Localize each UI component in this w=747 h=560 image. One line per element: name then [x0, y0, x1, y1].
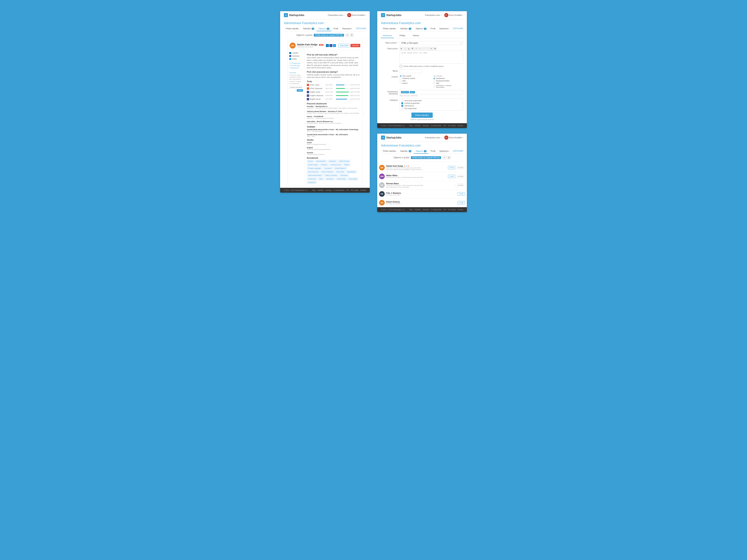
footer-blog[interactable]: Blog [312, 189, 316, 191]
profile-btn-2[interactable]: Profil [448, 175, 455, 178]
city-input[interactable] [400, 69, 422, 73]
nav-credits[interactable]: 1250 kreditů [354, 26, 368, 31]
contact-btn-2[interactable]: Kontakt [456, 175, 465, 178]
nav-profile-right[interactable]: Profil [429, 26, 437, 31]
contact-btn-1[interactable]: Kontakt [456, 166, 465, 169]
nav-applicants[interactable]: Zájemci 3 [316, 26, 331, 31]
next-arrow[interactable]: › [362, 41, 366, 186]
facebook-link[interactable]: Facebook [289, 55, 303, 57]
radio-externl[interactable] [400, 82, 402, 84]
odpovedet-btn[interactable]: Odpovědět [338, 44, 350, 47]
nav-applicants-right[interactable]: Zájemci 5 [414, 26, 429, 31]
twitter-link[interactable]: Twitter [289, 58, 303, 60]
profile-btn-5[interactable]: Profil [458, 201, 465, 205]
tab-platba[interactable]: Platba [397, 33, 407, 38]
footer-blog-l[interactable]: Blog [409, 209, 413, 211]
radio-spolupr[interactable] [433, 80, 435, 82]
profile-btn-4[interactable]: Profil [458, 192, 465, 196]
contact-btn-3[interactable]: Kontakt [456, 184, 465, 187]
company-list[interactable]: Futurelytics.com ▾ [425, 136, 441, 139]
nav-add[interactable]: Přidat nabídku [284, 26, 301, 31]
cat-android-checkbox[interactable] [401, 102, 403, 104]
tab-hotovs[interactable]: Hotovs [411, 33, 421, 38]
nav-settings-list[interactable]: Nastavení [438, 149, 450, 154]
link-btn[interactable]: 🔗 [430, 47, 433, 50]
footer-startupy-rt[interactable]: Startupy [422, 125, 429, 127]
footer-o-rt[interactable]: O StartupJobs [431, 125, 441, 127]
nav-add-list[interactable]: Přidat nabídku [381, 149, 398, 154]
image-btn[interactable]: ⊞ [433, 47, 437, 50]
footer-o-l[interactable]: O StartupJobs [431, 209, 441, 211]
tab-informace[interactable]: Informace [381, 33, 394, 38]
bilingual-checkbox[interactable] [400, 65, 402, 68]
prev-arrow[interactable]: ‹ [284, 41, 288, 186]
cat-ios-checkbox[interactable] [401, 108, 403, 109]
nav-offers-list[interactable]: Nabídky 2 [398, 149, 413, 154]
nav-credits-right[interactable]: 1250 kreditů [451, 26, 465, 31]
profile-btn-1[interactable]: Profil [448, 166, 455, 169]
footer-startupy[interactable]: Startupy [326, 189, 332, 191]
user-btn-right[interactable]: ES Erica Scofield ▾ [444, 13, 463, 17]
footer-kontakt-l[interactable]: Kontakt [457, 209, 463, 211]
footer-nabidky-rt[interactable]: Nabídky [415, 125, 421, 127]
file-foto[interactable]: 📄 foto2012.jpg [289, 64, 303, 66]
footer-nabidky-l[interactable]: Nabídky [415, 209, 421, 211]
footer-media-rt[interactable]: Pro media [448, 125, 456, 127]
footer-blog-rt[interactable]: Blog [409, 125, 413, 127]
filter-list-btn[interactable]: ≡ [345, 33, 349, 37]
add-note-btn[interactable]: Přidat [297, 89, 303, 92]
nav-credits-list[interactable]: 1250 kreditů [451, 149, 465, 154]
twitter-btn[interactable]: t [333, 44, 336, 47]
underline-btn[interactable]: U [407, 47, 410, 50]
dismissit-btn[interactable]: Dismissit [351, 44, 360, 47]
filter-grid-btn[interactable]: ⊞ [350, 33, 354, 37]
bold-btn[interactable]: B [400, 47, 403, 50]
submit-btn[interactable]: Přidat nabídku! [411, 112, 433, 118]
notes-input[interactable] [289, 86, 303, 89]
footer-vip-rt[interactable]: VIP [443, 125, 446, 127]
desc-textarea[interactable]: Lorem ipsum dolor sit amet [400, 51, 463, 64]
outdent-btn[interactable]: ← [426, 47, 429, 50]
edit-1[interactable]: ✎ [406, 165, 407, 167]
nav-add-right[interactable]: Přidat nabídku [381, 26, 398, 31]
navbar-company[interactable]: Futurelytics.com ▾ [328, 14, 344, 16]
navbar-user[interactable]: ES Erica Scofield ▾ [347, 13, 366, 17]
title-input[interactable] [400, 41, 463, 45]
nav-profile[interactable]: Profil [332, 26, 340, 31]
radio-plny[interactable] [400, 75, 402, 77]
file-zivotopis[interactable]: 📄 Životopis.pdf [289, 62, 303, 64]
flag-1[interactable]: ⚑ [408, 165, 409, 167]
radio-zam-mozn[interactable] [433, 85, 435, 87]
linkedin-link[interactable]: LinkedIn [289, 52, 303, 54]
nav-applicants-list[interactable]: Zájemci 3 [414, 149, 429, 154]
star-1[interactable]: ★ [404, 165, 406, 167]
nav-settings[interactable]: Nastavení [340, 26, 354, 31]
facebook-btn[interactable]: f [329, 44, 332, 47]
list-filter-grid[interactable]: ⊞ [447, 156, 451, 159]
radio-castecny[interactable] [400, 77, 402, 79]
cat-js-checkbox[interactable] [401, 100, 403, 102]
footer-vip-l[interactable]: VIP [443, 209, 446, 211]
nav-offers-right[interactable]: Nabídky 2 [398, 26, 413, 31]
indent-btn[interactable]: → [422, 47, 426, 50]
company-btn-right[interactable]: Futurelytics.com ▾ [425, 14, 441, 16]
list-filter-list[interactable]: ≡ [443, 156, 446, 159]
cat-admin-checkbox[interactable] [401, 105, 403, 107]
radio-staz2[interactable] [433, 82, 435, 84]
nav-settings-right[interactable]: Nastavení [438, 26, 450, 31]
radio-zamestnaní[interactable] [433, 77, 435, 79]
italic-btn[interactable]: I [403, 47, 407, 50]
footer-kontakt[interactable]: Kontakt [360, 189, 366, 191]
linkedin-btn[interactable]: in [326, 44, 329, 47]
footer-o[interactable]: O StartupJobs [334, 189, 344, 191]
list-btn[interactable]: ≡ [415, 47, 418, 50]
strikethrough-btn[interactable]: S̶ [411, 47, 414, 50]
footer-media-l[interactable]: Pro media [448, 209, 456, 211]
radio-staz[interactable] [400, 80, 402, 82]
user-list[interactable]: ES Erica Scofield ▾ [444, 135, 463, 140]
footer-vip[interactable]: VIP [346, 189, 349, 191]
footer-kontakt-rt[interactable]: Kontakt [457, 125, 463, 127]
footer-media[interactable]: Pro media [351, 189, 358, 191]
footer-nabidky[interactable]: Nabídky [317, 189, 324, 191]
nav-profile-list[interactable]: Profil [429, 149, 437, 154]
